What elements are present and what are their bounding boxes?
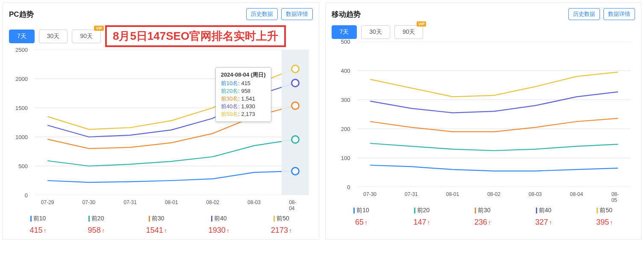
legend-item: 前20 958↑ <box>88 215 105 235</box>
tooltip-row: 前40名: 1,930 <box>221 103 266 110</box>
tooltip-row: 前30名: 1,541 <box>221 95 266 103</box>
pc-chart[interactable]: 05001000150020002500 2024-08-04 (周日) 前10… <box>9 50 313 208</box>
up-arrow-icon: ↑ <box>549 219 552 226</box>
legend-item: 前10 65↑ <box>353 207 369 227</box>
up-arrow-icon: ↑ <box>427 219 430 226</box>
chart-marker <box>291 135 300 144</box>
range-90d-button[interactable]: 90天 <box>72 30 101 43</box>
chart-marker <box>291 79 300 87</box>
legend-item: 前40 327↑ <box>535 207 552 227</box>
mobile-trend-panel: 移动趋势 历史数据 数据详情 7天 30天 90天 01002003004005… <box>325 3 642 240</box>
range-7d-button[interactable]: 7天 <box>9 30 35 43</box>
panel-title-pc: PC趋势 <box>9 9 34 19</box>
legend-item: 前20 147↑ <box>413 207 430 227</box>
legend-item: 前50 2173↑ <box>271 215 292 235</box>
annotation-banner: 8月5日147SEO官网排名实时上升 <box>105 25 286 47</box>
detail-button[interactable]: 数据详情 <box>603 8 635 20</box>
up-arrow-icon: ↑ <box>102 227 105 234</box>
history-button[interactable]: 历史数据 <box>568 8 600 20</box>
range-30d-button[interactable]: 30天 <box>39 30 68 43</box>
tooltip-row: 前50名: 2,173 <box>221 110 266 118</box>
up-arrow-icon: ↑ <box>289 227 292 234</box>
chart-tooltip: 2024-08-04 (周日) 前10名: 415前20名: 958前30名: … <box>215 67 271 122</box>
range-7d-button[interactable]: 7天 <box>332 25 357 39</box>
pc-trend-panel: PC趋势 历史数据 数据详情 7天 30天 90天 8月5日147SEO官网排名… <box>3 3 319 240</box>
range-90d-button[interactable]: 90天 <box>394 25 423 39</box>
up-arrow-icon: ↑ <box>488 219 491 226</box>
chart-marker <box>291 101 300 110</box>
tooltip-title: 2024-08-04 (周日) <box>221 71 266 79</box>
up-arrow-icon: ↑ <box>44 227 47 234</box>
legend-item: 前10 415↑ <box>30 215 47 235</box>
up-arrow-icon: ↑ <box>226 227 229 234</box>
legend-item: 前50 395↑ <box>596 207 613 227</box>
range-30d-button[interactable]: 30天 <box>361 25 390 39</box>
mobile-chart[interactable]: 0100200300400500 07-3007-3108-0108-0208-… <box>332 42 635 200</box>
up-arrow-icon: ↑ <box>365 219 368 226</box>
pc-legend: 前10 415↑前20 958↑前30 1541↑前40 1930↑前50 21… <box>9 215 313 235</box>
legend-item: 前30 1541↑ <box>146 215 167 235</box>
legend-item: 前40 1930↑ <box>209 215 229 235</box>
chart-marker <box>291 65 300 73</box>
tooltip-row: 前10名: 415 <box>221 80 266 87</box>
mobile-legend: 前10 65↑前20 147↑前30 236↑前40 327↑前50 395↑ <box>332 207 635 227</box>
legend-item: 前30 236↑ <box>474 207 491 227</box>
tooltip-row: 前20名: 958 <box>221 87 266 95</box>
up-arrow-icon: ↑ <box>164 227 167 234</box>
chart-marker <box>291 167 300 175</box>
detail-button[interactable]: 数据详情 <box>281 8 313 20</box>
panel-title-mobile: 移动趋势 <box>332 9 361 19</box>
up-arrow-icon: ↑ <box>610 219 613 226</box>
history-button[interactable]: 历史数据 <box>246 8 278 20</box>
